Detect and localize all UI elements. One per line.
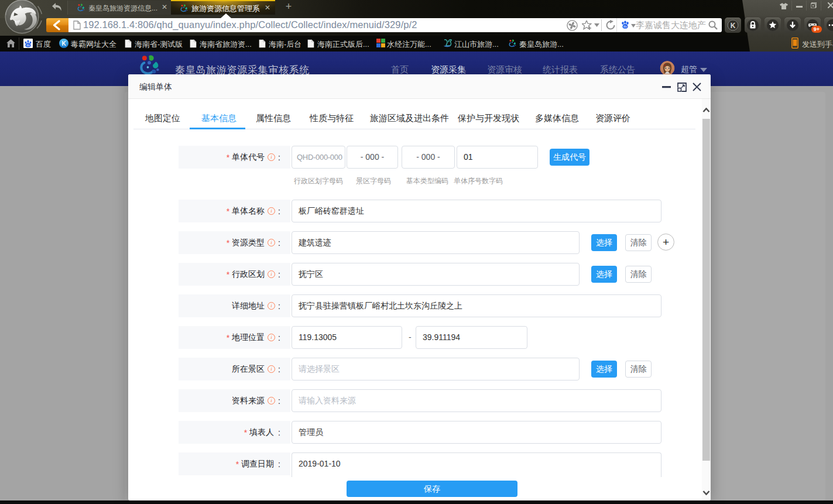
svg-text:K: K [61,40,66,47]
svg-text:du: du [26,43,30,47]
svg-text:du: du [623,25,627,28]
svg-text:K: K [731,22,736,30]
